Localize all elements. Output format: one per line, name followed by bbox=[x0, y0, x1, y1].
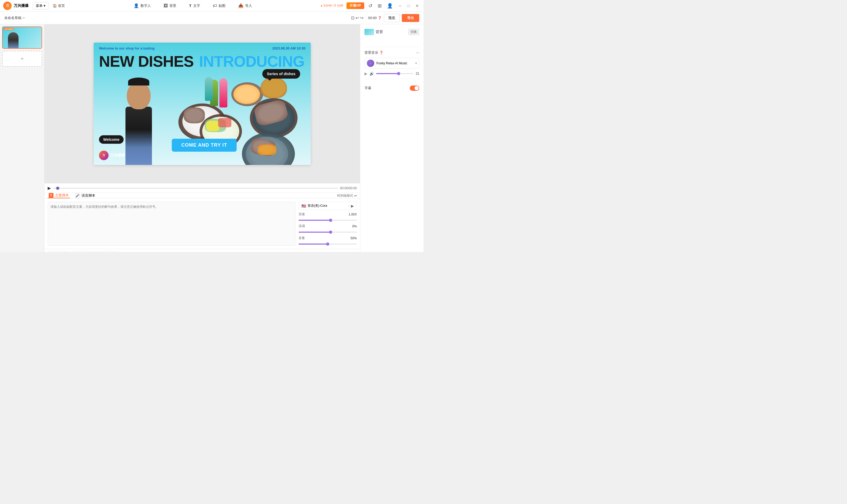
volume-slider[interactable] bbox=[299, 244, 357, 245]
sticker-label: 贴图 bbox=[219, 3, 226, 8]
tab-copy-script[interactable]: T 文案脚本 bbox=[48, 193, 70, 198]
document-title: 未命名草稿 ✏ bbox=[4, 16, 25, 20]
slide-preview-inner: NEW DISHES bbox=[3, 27, 41, 48]
minimize-button[interactable]: ─ bbox=[397, 3, 403, 9]
subtitle-label: 字幕 bbox=[364, 86, 371, 91]
food-bread bbox=[184, 107, 205, 123]
nav-tool-sticker[interactable]: 🏷 贴图 bbox=[211, 2, 228, 9]
switch-button[interactable]: 切换 bbox=[408, 29, 419, 35]
tab-voice-script[interactable]: 🎤 语音脚本 bbox=[74, 193, 96, 198]
music-section: 背景音乐 ❓ ─ ♪ Funky Relax-AI Music ▾ ▶ 🔊 bbox=[364, 50, 419, 76]
right-panel: 背景 切换 背景音乐 ❓ ─ bbox=[360, 24, 424, 252]
canvas-container: Welcome to our shop for a tasting 2023.0… bbox=[44, 24, 360, 183]
slide-preview: NEW DISHES bbox=[3, 27, 41, 48]
timeline-bar: ▶ 00:00/00:00 bbox=[44, 183, 360, 193]
music-label: 背景音乐 bbox=[364, 50, 378, 55]
text-icon: T bbox=[189, 3, 191, 8]
nav-tool-text[interactable]: T 文字 bbox=[187, 2, 202, 9]
close-button[interactable]: ✕ bbox=[414, 3, 420, 9]
mic-icon: 🎤 bbox=[75, 193, 80, 198]
vip-button[interactable]: 开通VIP bbox=[346, 2, 364, 9]
export-button[interactable]: 导出 bbox=[402, 14, 419, 22]
bowl-1 bbox=[260, 77, 287, 98]
avatar-icon: 👤 bbox=[134, 3, 139, 8]
app-logo: 万 万兴播爆 bbox=[3, 2, 29, 10]
brand-name-text: 万兴播爆 bbox=[110, 153, 125, 158]
script-textarea[interactable] bbox=[48, 202, 295, 246]
speed-slider[interactable] bbox=[299, 220, 357, 221]
sticker-icon: 🏷 bbox=[213, 3, 217, 8]
canvas[interactable]: Welcome to our shop for a tasting 2023.0… bbox=[94, 42, 311, 165]
music-controls: ▶ 🔊 21 bbox=[364, 71, 419, 76]
redo-button[interactable]: ↪ bbox=[360, 15, 363, 20]
preview-button[interactable]: 预览 bbox=[384, 14, 400, 22]
script-bottom: 📄 智能脚本 🌐 智能翻译 ⏱ 插入停顿 bbox=[44, 249, 360, 252]
progress-track[interactable] bbox=[53, 188, 338, 189]
person-body bbox=[125, 107, 152, 165]
timeline-mode-label: 时间线模式 bbox=[337, 194, 353, 198]
frame-icon[interactable]: ⊡ bbox=[351, 15, 355, 20]
volume-row: 音量 50% bbox=[299, 236, 357, 240]
nav-tools: 👤 数字人 🖼 背景 T 文字 🏷 贴图 📥 导入 bbox=[69, 2, 317, 9]
subtitle-toggle[interactable] bbox=[410, 86, 419, 91]
music-volume-number: 21 bbox=[416, 72, 419, 75]
speed-slider-fill bbox=[299, 220, 330, 221]
maximize-button[interactable]: □ bbox=[406, 3, 412, 9]
insert-pause-button[interactable]: ⏱ 插入停顿 bbox=[97, 251, 119, 252]
window-controls: ─ □ ✕ bbox=[397, 3, 420, 9]
smart-script-button[interactable]: 📄 智能脚本 bbox=[48, 251, 70, 252]
voice-play-button[interactable]: ▶ bbox=[351, 204, 354, 208]
music-selector[interactable]: ♪ Funky Relax-AI Music ▾ bbox=[364, 58, 419, 69]
home-link[interactable]: 🏠 首页 bbox=[53, 3, 65, 8]
music-slider-fill bbox=[376, 73, 399, 74]
script-tabs: T 文案脚本 🎤 语音脚本 时间线模式 ⇌ bbox=[44, 193, 360, 199]
refresh-icon[interactable]: ↺ bbox=[367, 2, 374, 10]
divider bbox=[365, 15, 366, 21]
food-egg bbox=[206, 121, 219, 131]
music-volume-slider[interactable] bbox=[376, 73, 414, 74]
slide-1[interactable]: 1 NEW DISHES bbox=[2, 26, 42, 49]
nav-tool-import[interactable]: 📥 导入 bbox=[236, 2, 254, 9]
food-cheese bbox=[258, 145, 276, 155]
toggle-thumb bbox=[415, 86, 419, 90]
person-head bbox=[127, 82, 150, 109]
user-icon[interactable]: 👤 bbox=[386, 2, 394, 10]
edit-icon[interactable]: ✏ bbox=[22, 16, 25, 20]
voice-settings: 🇺🇸 英语(美)-Cora › ▶ 语速 1.00X bbox=[299, 202, 357, 246]
nav-tool-background[interactable]: 🖼 背景 bbox=[161, 2, 178, 9]
help-icon: ❓ bbox=[378, 16, 382, 20]
voice-script-label: 语音脚本 bbox=[82, 193, 95, 198]
voice-name: 英语(美)-Cora bbox=[308, 203, 347, 208]
diamond-icon: ♦ bbox=[321, 4, 322, 8]
doc-title-text: 未命名草稿 bbox=[4, 16, 21, 20]
smart-translate-button[interactable]: 🌐 智能翻译 bbox=[72, 251, 95, 252]
music-help-icon[interactable]: ❓ bbox=[379, 51, 383, 55]
content-area: Welcome to our shop for a tasting 2023.0… bbox=[44, 24, 424, 252]
add-slide-button[interactable]: + bbox=[2, 51, 42, 67]
plus-icon: + bbox=[21, 56, 24, 62]
grid-icon[interactable]: ⊞ bbox=[377, 2, 383, 10]
background-label: 背景 bbox=[169, 3, 176, 8]
music-name: Funky Relax-AI Music bbox=[376, 61, 413, 65]
music-volume-icon[interactable]: 🔊 bbox=[370, 71, 374, 76]
undo-button[interactable]: ↩ bbox=[356, 15, 359, 20]
music-avatar: ♪ bbox=[367, 59, 374, 67]
toolbar: 未命名草稿 ✏ ⊡ ↩ ↪ 00:00 ❓ 预览 导出 bbox=[0, 12, 424, 24]
play-button[interactable]: ▶ bbox=[48, 185, 51, 191]
speed-slider-thumb bbox=[329, 219, 332, 222]
divider-2 bbox=[364, 79, 419, 79]
voice-selector[interactable]: 🇺🇸 英语(美)-Cora › ▶ bbox=[299, 202, 357, 210]
series-bubble: Series of dishes bbox=[262, 69, 300, 78]
home-label: 首页 bbox=[58, 3, 65, 8]
chevron-right-icon: › bbox=[348, 204, 349, 208]
tone-slider[interactable] bbox=[299, 232, 357, 233]
nav-tool-avatar[interactable]: 👤 数字人 bbox=[131, 2, 153, 9]
menu-button[interactable]: 菜单 ▾ bbox=[33, 2, 49, 10]
import-icon: 📥 bbox=[238, 3, 244, 8]
music-collapse-button[interactable]: ─ bbox=[416, 50, 419, 55]
timeline-mode-button[interactable]: 时间线模式 ⇌ bbox=[337, 194, 357, 198]
timeline-time: 00:00/00:00 bbox=[340, 186, 357, 190]
undo-redo-group: ⊡ ↩ ↪ bbox=[351, 15, 363, 20]
music-play-button[interactable]: ▶ bbox=[364, 71, 367, 76]
brand-avatar: 万 bbox=[99, 150, 109, 160]
